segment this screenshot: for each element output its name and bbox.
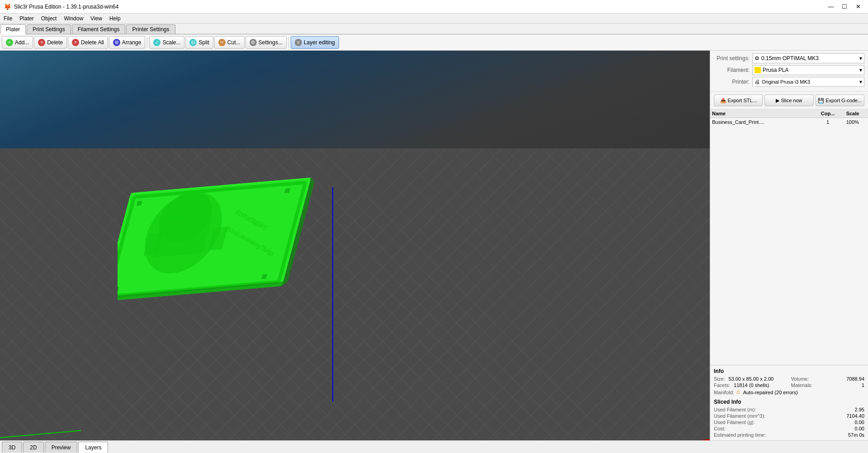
- sliced-time-row: Estimated printing time: 57m 0s: [714, 432, 864, 438]
- scale-button[interactable]: ⤢ Scale...: [149, 36, 184, 49]
- right-panel: Print settings: ⚙ 0.15mm OPTIMAL MK3 ▾ F…: [710, 51, 868, 440]
- vertical-guide-line: [332, 187, 333, 401]
- tab-filament-settings[interactable]: Filament Settings: [72, 24, 126, 34]
- manifold-label: Manifold:: [714, 390, 734, 395]
- volume-label: Volume:: [791, 376, 809, 382]
- tab-printer-settings[interactable]: Printer Settings: [126, 24, 175, 34]
- close-button[interactable]: ✕: [852, 2, 864, 12]
- menu-view[interactable]: View: [87, 14, 106, 23]
- tab-layers[interactable]: Layers: [78, 442, 108, 453]
- object-scale: 100%: [839, 119, 866, 125]
- maximize-button[interactable]: ☐: [838, 2, 851, 12]
- sliced-time-label: Estimated printing time:: [714, 432, 766, 438]
- delete-all-icon: ×: [72, 39, 79, 46]
- filament-color-swatch: [755, 67, 761, 73]
- layer-editing-label: Layer editing: [304, 39, 335, 46]
- arrange-icon: ⊞: [113, 39, 120, 46]
- minimize-button[interactable]: —: [825, 2, 837, 12]
- sliced-filament-m-label: Used Filament (m):: [714, 407, 756, 412]
- print-settings-value: 0.15mm OPTIMAL MK3: [761, 55, 859, 61]
- materials-value: 1: [862, 382, 864, 388]
- sliced-filament-g-label: Used Filament (g):: [714, 420, 755, 425]
- toolbar-separator-2: [288, 37, 289, 48]
- print-settings-select[interactable]: ⚙ 0.15mm OPTIMAL MK3 ▾: [752, 53, 864, 63]
- cut-label: Cut...: [227, 39, 241, 46]
- warning-icon: ⚠: [736, 389, 741, 395]
- export-stl-icon: 📤: [720, 98, 726, 104]
- printer-icon: 🖨: [755, 79, 760, 85]
- header-copies: Cop...: [816, 111, 839, 116]
- window-title: Slic3r Prusa Edition - 1.39.1-prusa3d-wi…: [14, 4, 118, 10]
- menu-object[interactable]: Object: [38, 14, 61, 23]
- title-bar: 🦊 Slic3r Prusa Edition - 1.39.1-prusa3d-…: [0, 0, 868, 14]
- export-gcode-label: Export G-code...: [826, 98, 862, 103]
- tab-preview[interactable]: Preview: [45, 442, 78, 453]
- info-grid: Size: 53.00 x 85.00 x 2.00 Volume: 7088.…: [714, 376, 864, 388]
- manifold-row: Manifold: ⚠ Auto-repaired (20 errors): [714, 389, 864, 395]
- print-settings-row: Print settings: ⚙ 0.15mm OPTIMAL MK3 ▾: [714, 53, 864, 63]
- menu-plater[interactable]: Plater: [16, 14, 37, 23]
- filament-row: Filament: Prusa PLA ▾: [714, 65, 864, 75]
- action-buttons-section: 📤 Export STL... ▶ Slice now 💾 Export G-c…: [710, 92, 868, 109]
- delete-label: Delete: [47, 39, 63, 46]
- menu-file[interactable]: File: [0, 14, 16, 23]
- materials-label: Materials:: [791, 382, 813, 388]
- sliced-filament-g-value: 0.00: [855, 420, 864, 425]
- window-controls: — ☐ ✕: [825, 2, 864, 12]
- split-label: Split: [198, 39, 209, 46]
- delete-button[interactable]: × Delete: [34, 36, 67, 49]
- panel-spacer: [710, 237, 868, 365]
- split-button[interactable]: ⊟ Split: [185, 36, 213, 49]
- add-icon: +: [6, 39, 13, 46]
- print-settings-label: Print settings:: [714, 55, 752, 61]
- print-settings-section: Print settings: ⚙ 0.15mm OPTIMAL MK3 ▾ F…: [710, 51, 868, 92]
- filament-label: Filament:: [714, 67, 752, 73]
- size-value: 53.00 x 85.00 x 2.00: [728, 376, 774, 382]
- sliced-filament-mm3-label: Used Filament (mm^3):: [714, 413, 765, 419]
- export-stl-label: Export STL...: [728, 98, 757, 103]
- printer-row: Printer: 🖨 Original Prusa i3 MK3 ▾: [714, 77, 864, 87]
- export-stl-button[interactable]: 📤 Export STL...: [714, 94, 763, 106]
- menu-help[interactable]: Help: [106, 14, 124, 23]
- table-row[interactable]: Business_Card_Print.... 1 100%: [710, 118, 868, 126]
- sliced-filament-m-value: 2.95: [855, 407, 864, 412]
- delete-all-label: Delete All: [81, 39, 104, 46]
- layer-editing-icon: ≡: [295, 39, 302, 46]
- filament-select[interactable]: Prusa PLA ▾: [752, 65, 864, 75]
- tab-print-settings[interactable]: Print Settings: [27, 24, 71, 34]
- delete-all-button[interactable]: × Delete All: [68, 36, 108, 49]
- info-size-row: Size: 53.00 x 85.00 x 2.00: [714, 376, 788, 382]
- printer-chevron: ▾: [859, 79, 862, 85]
- facets-label: Facets:: [714, 382, 730, 388]
- facets-value: 11814 (0 shells): [734, 382, 769, 388]
- tab-2d[interactable]: 2D: [23, 442, 43, 453]
- arrange-button[interactable]: ⊞ Arrange: [109, 36, 146, 49]
- info-title: Info: [714, 368, 864, 374]
- filament-value: Prusa PLA: [763, 67, 859, 73]
- tab-3d[interactable]: 3D: [2, 442, 22, 453]
- sliced-info-title: Sliced Info: [714, 399, 864, 405]
- printer-value: Original Prusa i3 MK3: [762, 79, 859, 85]
- info-volume-row: Volume: 7088.94: [791, 376, 865, 382]
- filament-chevron: ▾: [859, 67, 862, 73]
- tab-plater[interactable]: Plater: [0, 24, 26, 34]
- menu-window[interactable]: Window: [60, 14, 87, 23]
- export-gcode-button[interactable]: 💾 Export G-code...: [816, 94, 864, 106]
- layer-editing-button[interactable]: ≡ Layer editing: [291, 36, 339, 49]
- add-button[interactable]: + Add...: [2, 36, 33, 49]
- cut-button[interactable]: ✂ Cut...: [214, 36, 245, 49]
- settings-button[interactable]: ⚙ Settings...: [245, 36, 287, 49]
- tab-bar: Plater Print Settings Filament Settings …: [0, 24, 868, 34]
- main-area: instructables @JustLikeMakingThings Prin…: [0, 51, 868, 440]
- slice-now-label: Slice now: [781, 98, 802, 103]
- volume-value: 7088.94: [846, 376, 864, 382]
- header-scale: Scale: [839, 111, 866, 116]
- slice-now-button[interactable]: ▶ Slice now: [764, 94, 813, 106]
- info-materials-row: Materials: 1: [791, 382, 865, 388]
- export-gcode-icon: 💾: [818, 98, 824, 104]
- toolbar-separator-1: [147, 37, 147, 48]
- sliced-filament-mm3-row: Used Filament (mm^3): 7104.40: [714, 413, 864, 419]
- split-icon: ⊟: [189, 39, 197, 46]
- viewport[interactable]: instructables @JustLikeMakingThings: [0, 51, 710, 440]
- printer-select[interactable]: 🖨 Original Prusa i3 MK3 ▾: [752, 77, 864, 87]
